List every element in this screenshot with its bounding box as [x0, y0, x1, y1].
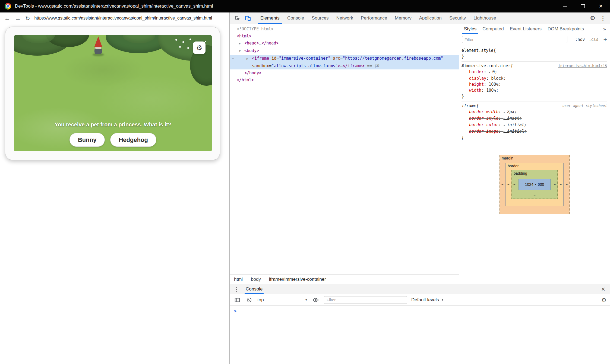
dom-tree-node[interactable]: <html>: [230, 33, 459, 40]
clear-console-button[interactable]: [245, 296, 253, 304]
css-property-value[interactable]: initial;: [507, 129, 527, 134]
css-property-line[interactable]: border-width: ▸ 2px;: [462, 109, 607, 115]
padding-right-value[interactable]: −: [554, 183, 556, 187]
devtools-settings-button[interactable]: ⚙: [587, 13, 598, 23]
back-button[interactable]: ←: [4, 15, 10, 21]
devtools-tab-console[interactable]: Console: [283, 12, 308, 24]
css-property-line[interactable]: display: block;: [462, 75, 607, 81]
dom-tree-node[interactable]: ▶<head>…</head>: [230, 40, 459, 47]
expand-property-icon[interactable]: ▸: [503, 117, 507, 120]
css-property-value[interactable]: initial;: [507, 122, 527, 127]
devtools-tab-network[interactable]: Network: [333, 12, 357, 24]
devtools-tab-elements[interactable]: Elements: [257, 12, 283, 24]
css-selector[interactable]: iframe: [462, 103, 476, 109]
border-top-value[interactable]: −: [533, 164, 536, 168]
console-tab[interactable]: Console: [245, 284, 264, 294]
css-property-line[interactable]: width: 100%;: [462, 87, 607, 93]
console-filter-input[interactable]: [324, 296, 407, 304]
forward-button[interactable]: →: [15, 15, 21, 21]
css-property-line[interactable]: border-style: ▸ inset;: [462, 115, 607, 122]
stylesheet-source-link[interactable]: interactive…him.html:15: [555, 63, 607, 69]
expand-property-icon[interactable]: ▸: [503, 123, 507, 127]
css-property-line[interactable]: height: 100%;: [462, 81, 607, 87]
devtools-tab-lighthouse[interactable]: Lighthouse: [470, 12, 500, 24]
padding-bottom-value[interactable]: −: [533, 194, 536, 198]
device-toolbar-button[interactable]: [243, 13, 253, 23]
expand-property-icon[interactable]: ▸: [489, 71, 492, 74]
live-expression-button[interactable]: [312, 296, 320, 304]
css-property-name[interactable]: border-width: [469, 109, 498, 114]
css-property-name[interactable]: border-color: [469, 122, 498, 127]
devtools-tab-sources[interactable]: Sources: [308, 12, 332, 24]
css-property-name[interactable]: height: [469, 82, 484, 87]
node-menu-dots-icon[interactable]: ⋯: [232, 55, 235, 62]
collapsed-arrow-icon[interactable]: ▶: [246, 55, 252, 62]
devtools-menu-button[interactable]: ⋮: [598, 13, 608, 23]
collapsed-arrow-icon[interactable]: ▶: [239, 40, 244, 47]
css-property-value[interactable]: block;: [491, 76, 506, 81]
context-selector[interactable]: top ▼: [257, 297, 308, 303]
css-property-name[interactable]: display: [469, 76, 486, 81]
more-tabs-icon[interactable]: »: [601, 26, 608, 32]
margin-top-value[interactable]: −: [533, 156, 536, 160]
minimize-button[interactable]: [556, 0, 574, 12]
game-settings-button[interactable]: ⚙: [193, 41, 206, 54]
devtools-tab-application[interactable]: Application: [415, 12, 445, 24]
padding-top-value[interactable]: −: [533, 171, 536, 175]
css-property-line[interactable]: border-color: ▸ initial;: [462, 122, 607, 128]
bunny-button[interactable]: Bunny: [69, 133, 105, 147]
expand-property-icon[interactable]: ▸: [503, 110, 507, 114]
log-levels-select[interactable]: Default levels ▼: [411, 297, 444, 303]
css-property-value[interactable]: 2px;: [507, 109, 517, 114]
attribute-link[interactable]: https://testgnomegarden.firebaseapp.com: [345, 56, 441, 61]
padding-left-value[interactable]: −: [513, 183, 516, 187]
new-style-rule-button[interactable]: +: [603, 36, 607, 43]
address-url[interactable]: https://www.gstatic.com/assistant/intera…: [34, 16, 226, 21]
breadcrumb-item-iframe[interactable]: iframe#immersive-container: [269, 277, 326, 282]
close-button[interactable]: ✕: [592, 0, 610, 12]
css-selector[interactable]: element.style: [462, 47, 493, 53]
css-property-line[interactable]: border: ▸ 0;: [462, 69, 607, 75]
css-property-value[interactable]: 100%;: [489, 82, 501, 87]
styles-tab-event-listeners[interactable]: Event Listeners: [507, 24, 545, 34]
reload-button[interactable]: ↻: [25, 15, 30, 21]
inspect-button[interactable]: [232, 13, 243, 23]
dom-tree-node[interactable]: ⋯▶<iframe id="immersive-container" src="…: [230, 55, 459, 62]
styles-filter-input[interactable]: [462, 36, 567, 43]
expand-property-icon[interactable]: ▸: [503, 130, 507, 133]
console-settings-button[interactable]: ⚙: [601, 297, 606, 303]
styles-tab-styles[interactable]: Styles: [461, 24, 479, 34]
css-property-value[interactable]: inset;: [507, 116, 522, 121]
element-classes-button[interactable]: .cls: [589, 37, 599, 42]
expanded-arrow-icon[interactable]: ▼: [239, 48, 244, 55]
breadcrumb-item-html[interactable]: html: [234, 277, 243, 282]
dom-tree-node[interactable]: </body>: [230, 69, 459, 76]
console-prompt[interactable]: >: [234, 308, 237, 314]
margin-right-value[interactable]: −: [565, 183, 568, 187]
css-property-name[interactable]: border: [469, 69, 484, 74]
devtools-tab-performance[interactable]: Performance: [357, 12, 391, 24]
css-property-value[interactable]: 100%;: [486, 88, 498, 93]
border-bottom-value[interactable]: −: [533, 201, 536, 205]
border-left-value[interactable]: −: [507, 183, 510, 187]
css-property-name[interactable]: border-image: [469, 129, 498, 134]
devtools-tab-memory[interactable]: Memory: [391, 12, 415, 24]
css-selector[interactable]: #immersive-container: [462, 63, 511, 69]
border-right-value[interactable]: −: [560, 183, 562, 187]
margin-bottom-value[interactable]: −: [533, 209, 536, 213]
drawer-close-button[interactable]: ✕: [600, 285, 606, 293]
toggle-element-state-button[interactable]: :hov: [575, 37, 585, 42]
margin-left-value[interactable]: −: [501, 183, 504, 187]
devtools-tab-security[interactable]: Security: [445, 12, 470, 24]
dom-tree-node[interactable]: <!DOCTYPE html>: [230, 25, 459, 33]
drawer-menu-button[interactable]: ⋮: [234, 286, 239, 292]
dom-tree-node[interactable]: ▼<body>: [230, 47, 459, 55]
styles-tab-dom-breakpoints[interactable]: DOM Breakpoints: [545, 24, 587, 34]
maximize-button[interactable]: [574, 0, 592, 12]
console-sidebar-button[interactable]: [233, 296, 241, 304]
css-property-line[interactable]: border-image: ▸ initial;: [462, 128, 607, 135]
css-property-value[interactable]: 0;: [492, 69, 497, 74]
css-property-name[interactable]: width: [469, 88, 481, 93]
dom-tree-node[interactable]: </html>: [230, 76, 459, 84]
styles-tab-computed[interactable]: Computed: [479, 24, 507, 34]
